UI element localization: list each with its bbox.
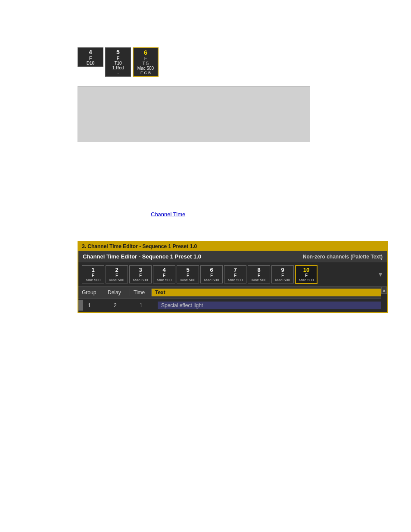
ch-sub-6: Mac 500 xyxy=(134,66,157,71)
cte-ch-btn-3[interactable]: 3 F Mac 500 xyxy=(129,265,152,283)
cte-ch-btn-4[interactable]: 4 F Mac 500 xyxy=(153,265,175,283)
ch-b-f: F xyxy=(140,71,143,75)
ch-info-4: D10 xyxy=(79,61,102,65)
cte-header: Channel Time Editor - Sequence 1 Preset … xyxy=(78,251,387,262)
channel-card-4[interactable]: 4 F D10 xyxy=(78,47,103,67)
channel-cards-area: 4 F D10 5 F T10 1:Red · 6 F T 5 Mac 500 … xyxy=(78,47,159,77)
cte-ch-btn-7[interactable]: 7 F Mac 500 xyxy=(224,265,246,283)
cte-table-section: Group Delay Time Text 1 2 1 Special effe… xyxy=(78,286,387,312)
th-time: Time xyxy=(130,289,152,296)
cte-ch-btn-2[interactable]: 2 F Mac 500 xyxy=(106,265,128,283)
gray-content-box xyxy=(78,86,310,142)
cte-window: 3. Channel Time Editor - Sequence 1 Pres… xyxy=(78,241,388,313)
td-group: 1 xyxy=(84,302,110,309)
cte-table-header: Group Delay Time Text xyxy=(78,286,381,299)
cte-ch-btn-9[interactable]: 9 F Mac 500 xyxy=(271,265,294,283)
ch-number-6: 6 xyxy=(134,49,157,56)
channel-time-link[interactable]: Channel Time xyxy=(151,211,185,218)
row-indicator xyxy=(78,300,83,311)
ch-sub-5: 1:Red xyxy=(106,65,130,70)
cte-header-filter: Non-zero channels (Palette Text) xyxy=(303,254,383,260)
channel-card-5[interactable]: 5 F T10 1:Red · xyxy=(105,47,131,77)
td-delay: 2 xyxy=(110,302,136,309)
cte-table-content: Group Delay Time Text 1 2 1 Special effe… xyxy=(78,286,381,312)
td-time: 1 xyxy=(136,302,158,309)
channels-scroll-arrow[interactable]: ▼ xyxy=(377,271,383,278)
th-delay: Delay xyxy=(104,289,130,296)
table-scrollbar: ▲ xyxy=(381,286,387,312)
ch-bottom-6: F C B xyxy=(134,71,157,75)
ch-number-5: 5 xyxy=(106,49,130,56)
cte-channels-row: 1 F Mac 500 2 F Mac 500 3 F Mac 500 4 F … xyxy=(78,262,387,286)
cte-ch-btn-10[interactable]: 10 F Mac 500 xyxy=(295,265,318,284)
th-group: Group xyxy=(78,289,104,296)
cte-ch-btn-8[interactable]: 8 F Mac 500 xyxy=(248,265,270,283)
ch-f-6: F xyxy=(134,56,157,61)
table-row: 1 2 1 Special effect light xyxy=(78,299,381,312)
scroll-up-button[interactable]: ▲ xyxy=(381,286,387,294)
td-text[interactable]: Special effect light xyxy=(158,302,381,309)
ch-f-4: F xyxy=(79,56,102,61)
ch-info-5: T10 xyxy=(106,61,130,65)
ch-b-c: C xyxy=(144,71,147,75)
cte-header-title: Channel Time Editor - Sequence 1 Preset … xyxy=(83,253,201,260)
ch-f-5: F xyxy=(106,56,130,61)
ch-dot-5: · xyxy=(118,71,119,75)
ch-number-4: 4 xyxy=(79,49,102,56)
th-text: Text xyxy=(152,289,381,296)
cte-title-text: 3. Channel Time Editor - Sequence 1 Pres… xyxy=(82,243,197,249)
cte-ch-btn-6[interactable]: 6 F Mac 500 xyxy=(200,265,223,283)
cte-ch-btn-5[interactable]: 5 F Mac 500 xyxy=(177,265,199,283)
ch-info-6: T 5 xyxy=(134,61,157,66)
channel-card-6[interactable]: 6 F T 5 Mac 500 F C B xyxy=(133,47,159,77)
cte-title-bar: 3. Channel Time Editor - Sequence 1 Pres… xyxy=(78,242,387,251)
cte-ch-btn-1[interactable]: 1 F Mac 500 xyxy=(82,265,104,283)
ch-b-b: B xyxy=(148,71,151,75)
